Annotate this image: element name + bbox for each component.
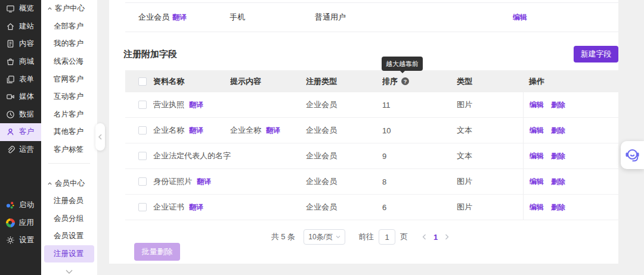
- sidebar-item-site-builder[interactable]: 建站: [0, 18, 41, 36]
- field-reg-type: 企业会员: [306, 118, 382, 143]
- subnav-item-all-customers[interactable]: 全部客户: [41, 18, 97, 36]
- subnav-item-member-settings[interactable]: 会员设置: [41, 227, 97, 245]
- current-page[interactable]: 1: [434, 233, 438, 242]
- subnav-item-label: 注册设置: [54, 249, 83, 259]
- subnav-item-other-customers[interactable]: 其他客户: [41, 123, 97, 141]
- subnav-group-label: 客户中心: [55, 4, 85, 14]
- sidebar-item-customer[interactable]: 客户: [0, 123, 41, 141]
- subnav-item-registered-members[interactable]: 注册会员: [41, 192, 97, 210]
- translate-link[interactable]: 翻译: [266, 126, 280, 136]
- row-checkbox[interactable]: [138, 126, 147, 135]
- sidebar-item-content[interactable]: 内容: [0, 35, 41, 53]
- subnav-item-website-customers[interactable]: 官网客户: [41, 70, 97, 88]
- sidebar-item-label: 媒体: [19, 92, 34, 102]
- sidebar-bottom-group: 启动 应用 设置: [0, 196, 41, 249]
- sidebar-item-form[interactable]: 表单: [0, 70, 41, 88]
- page-size-value: 10条/页: [308, 232, 333, 242]
- delete-link[interactable]: 删除: [551, 126, 565, 136]
- delete-link[interactable]: 删除: [551, 151, 565, 161]
- chevron-down-icon: [336, 235, 340, 239]
- row-checkbox[interactable]: [138, 101, 147, 109]
- translate-link[interactable]: 翻译: [172, 12, 187, 23]
- edit-link[interactable]: 编辑: [530, 126, 544, 136]
- translate-link[interactable]: 翻译: [197, 177, 211, 187]
- data-icon: [5, 110, 15, 119]
- edit-link[interactable]: 编辑: [530, 100, 544, 110]
- header-sort: 排序: [382, 76, 398, 87]
- edit-link[interactable]: 编辑: [530, 202, 544, 212]
- translate-link[interactable]: 翻译: [189, 202, 203, 212]
- media-icon: [5, 92, 15, 102]
- subnav-item-label: 我的客户: [54, 39, 83, 49]
- page-unit: 页: [400, 232, 408, 242]
- field-name: 企业证书: [153, 202, 184, 212]
- sidebar-collapse-handle[interactable]: [95, 123, 105, 151]
- pagination: 共 5 条 10条/页 前往 页 1: [109, 229, 618, 245]
- field-type: 图片: [457, 92, 523, 117]
- chevron-down-icon: [65, 269, 73, 274]
- sidebar-item-launch[interactable]: 启动: [0, 196, 41, 214]
- translate-link[interactable]: 翻译: [189, 126, 203, 136]
- field-hint: 企业全称: [230, 125, 261, 136]
- subnav-item-my-customers[interactable]: 我的客户: [41, 35, 97, 53]
- subnav-item-customer-tags[interactable]: 客户标签: [41, 141, 97, 159]
- prev-page-icon[interactable]: [422, 234, 426, 240]
- new-field-button[interactable]: 新建字段: [574, 46, 618, 62]
- row-checkbox[interactable]: [138, 203, 147, 211]
- field-reg-type: 企业会员: [306, 195, 382, 220]
- translate-link[interactable]: 翻译: [189, 100, 203, 110]
- field-sort: 9: [382, 143, 457, 168]
- subnav-group-customer-center[interactable]: 客户中心: [41, 0, 97, 18]
- table-row: 营业执照翻译 企业会员 11 图片 编辑删除: [125, 92, 618, 118]
- site-builder-icon: [5, 21, 15, 31]
- next-page-icon[interactable]: [445, 234, 449, 240]
- subnav-item-registration-settings[interactable]: 注册设置: [44, 245, 94, 263]
- batch-delete-button[interactable]: 批量删除: [134, 243, 180, 261]
- subnav-item-member-groups[interactable]: 会员分组: [41, 210, 97, 228]
- page-size-select[interactable]: 10条/页: [304, 229, 345, 245]
- member-type-name: 企业会员: [138, 12, 169, 23]
- section-title: 注册附加字段: [123, 49, 177, 60]
- sidebar-item-mall[interactable]: 商城: [0, 53, 41, 71]
- main-content: 企业会员 翻译 手机 普通用户 编辑 注册附加字段 新建字段 越大越靠前 资料名…: [109, 0, 618, 264]
- field-type: 图片: [457, 169, 523, 194]
- sidebar-item-label: 启动: [19, 200, 34, 210]
- header-hint: 提示内容: [230, 70, 306, 92]
- account-type: 手机: [230, 12, 245, 23]
- sidebar-item-operation[interactable]: 运营: [0, 141, 41, 159]
- subnav-item-label: 会员分组: [54, 214, 83, 224]
- edit-link[interactable]: 编辑: [530, 151, 544, 161]
- field-type: 文本: [457, 118, 523, 143]
- primary-sidebar: 概览 建站 内容 商城 表单 媒体 数据 客户: [0, 0, 41, 275]
- subnav-group-member-center[interactable]: 会员中心: [41, 174, 97, 192]
- row-checkbox[interactable]: [138, 152, 147, 160]
- delete-link[interactable]: 删除: [551, 202, 565, 212]
- sort-help-icon[interactable]: ?: [401, 77, 409, 85]
- edit-link[interactable]: 编辑: [530, 177, 544, 187]
- subnav-scroll-down[interactable]: [41, 269, 97, 274]
- collapse-up-icon: [47, 181, 52, 186]
- sidebar-item-media[interactable]: 媒体: [0, 88, 41, 106]
- field-name: 营业执照: [153, 99, 184, 110]
- sidebar-item-data[interactable]: 数据: [0, 106, 41, 124]
- delete-link[interactable]: 删除: [551, 177, 565, 187]
- launch-icon: [5, 201, 15, 210]
- sidebar-item-label: 内容: [19, 39, 34, 49]
- row-checkbox[interactable]: [138, 177, 147, 186]
- customer-service-widget[interactable]: [621, 141, 644, 169]
- subnav-item-card-customers[interactable]: 名片客户: [41, 106, 97, 124]
- sidebar-item-overview[interactable]: 概览: [0, 0, 41, 18]
- goto-label: 前往: [358, 232, 374, 242]
- fields-table: 资料名称 提示内容 注册类型 排序 ? 类型 操作 营业执照翻译 企业会员 11…: [125, 70, 618, 220]
- edit-link[interactable]: 编辑: [513, 12, 527, 23]
- sidebar-item-apps[interactable]: 应用: [0, 214, 41, 232]
- select-all-checkbox[interactable]: [138, 77, 147, 86]
- subnav-item-lead-pool[interactable]: 线索公海: [41, 53, 97, 71]
- sidebar-item-settings[interactable]: 设置: [0, 232, 41, 249]
- sidebar-item-label: 客户: [19, 127, 34, 137]
- header-reg-type: 注册类型: [306, 70, 382, 92]
- table-row: 企业法定代表人的名字翻译 企业会员 9 文本 编辑删除: [125, 143, 618, 169]
- subnav-item-interactive-customers[interactable]: 互动客户: [41, 88, 97, 106]
- goto-page-input[interactable]: [379, 229, 395, 245]
- delete-link[interactable]: 删除: [551, 100, 565, 110]
